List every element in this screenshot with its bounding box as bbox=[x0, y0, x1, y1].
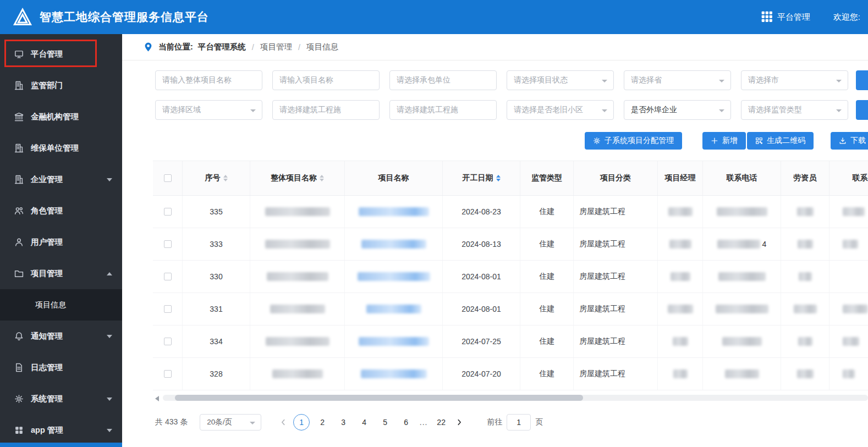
pagination: 共 433 条 20条/页 123456...22 前往 页 bbox=[155, 413, 543, 431]
goto-page-input[interactable] bbox=[507, 414, 531, 431]
filter-placeholder: 请选择市 bbox=[748, 75, 779, 85]
select-all-header[interactable] bbox=[153, 161, 183, 195]
cell-labor bbox=[781, 228, 829, 260]
column-header-label: 整体项目名称 bbox=[271, 173, 317, 183]
column-header-sup[interactable]: 监管类型 bbox=[520, 161, 574, 195]
page-button-4[interactable]: 4 bbox=[356, 414, 372, 431]
column-header-proj[interactable]: 项目名称 bbox=[345, 161, 443, 195]
project-name-link[interactable] bbox=[361, 369, 427, 378]
scrollbar-thumb[interactable] bbox=[175, 395, 583, 401]
scroll-left-arrow-icon[interactable] bbox=[155, 396, 159, 401]
page-button-2[interactable]: 2 bbox=[314, 414, 331, 431]
add-button[interactable]: 新增 bbox=[702, 132, 746, 150]
select-all-checkbox[interactable] bbox=[164, 174, 172, 182]
sort-caret-icon[interactable] bbox=[223, 175, 228, 181]
table-row: 3352024-08-23住建房屋建筑工程 bbox=[153, 196, 868, 228]
more-pages-button[interactable]: ... bbox=[416, 418, 431, 427]
breadcrumb-item[interactable]: 项目管理 bbox=[260, 42, 292, 52]
project-name-link[interactable] bbox=[361, 240, 426, 249]
column-header-mgr[interactable]: 项目经理 bbox=[658, 161, 703, 195]
filter-select-row1-6[interactable]: 请选择市 bbox=[741, 70, 848, 90]
project-name-link[interactable] bbox=[359, 337, 429, 346]
page-button-3[interactable]: 3 bbox=[335, 414, 351, 431]
platform-manage-entry[interactable]: 平台管理 bbox=[761, 10, 810, 24]
download-button[interactable]: 下载 bbox=[831, 132, 868, 150]
sidebar-item-regulator[interactable]: 监管部门 bbox=[0, 70, 122, 101]
column-header-phone[interactable]: 联系电话 bbox=[703, 161, 781, 195]
sort-caret-icon[interactable] bbox=[320, 175, 324, 181]
cell-cat: 房屋建筑工程 bbox=[574, 196, 658, 228]
qrcode-button[interactable]: 生成二维码 bbox=[747, 132, 814, 150]
column-header-label: 联系电话 bbox=[853, 173, 868, 183]
sidebar-item-enterprise[interactable]: 企业管理 bbox=[0, 164, 122, 195]
sidebar: 平台管理监管部门金融机构管理维保单位管理企业管理角色管理用户管理项目管理项目信息… bbox=[0, 34, 122, 447]
sidebar-item-label: 项目管理 bbox=[31, 268, 63, 279]
sidebar-subitem-project-info[interactable]: 项目信息 bbox=[0, 289, 122, 321]
filter-select-row2-1[interactable]: 请选择区域 bbox=[155, 100, 262, 120]
sidebar-item-role[interactable]: 角色管理 bbox=[0, 195, 122, 227]
cell-phone bbox=[703, 325, 781, 357]
filter-placeholder: 请选择省 bbox=[631, 75, 662, 85]
sidebar-item-log[interactable]: 日志管理 bbox=[0, 352, 122, 383]
sidebar-item-app[interactable]: app 管理 bbox=[0, 415, 122, 446]
gear-icon bbox=[593, 137, 601, 145]
sidebar-item-user[interactable]: 用户管理 bbox=[0, 227, 122, 258]
filter-input-row1-2[interactable]: 请输入项目名称 bbox=[272, 70, 380, 90]
project-name-link[interactable] bbox=[358, 272, 430, 281]
filter-select-row1-4[interactable]: 请选择项目状态 bbox=[507, 70, 614, 90]
row-checkbox[interactable] bbox=[164, 338, 172, 345]
filter-select-row1-5[interactable]: 请选择省 bbox=[624, 70, 731, 90]
page-button-5[interactable]: 5 bbox=[377, 414, 393, 431]
filter-select-row2-4[interactable]: 请选择是否老旧小区 bbox=[507, 100, 614, 120]
next-page-button[interactable] bbox=[452, 414, 467, 431]
sidebar-item-maintenance[interactable]: 维保单位管理 bbox=[0, 133, 122, 164]
breadcrumb-item[interactable]: 项目信息 bbox=[306, 42, 338, 52]
redacted-phone bbox=[717, 207, 767, 216]
sidebar-item-label: app 管理 bbox=[31, 425, 63, 435]
page-button-6[interactable]: 6 bbox=[398, 414, 414, 431]
breadcrumb-separator: / bbox=[298, 43, 300, 52]
search-button-row1[interactable] bbox=[856, 70, 868, 90]
search-button-row2[interactable] bbox=[856, 100, 868, 120]
page-size-select[interactable]: 20条/页 bbox=[200, 414, 261, 431]
sidebar-item-project[interactable]: 项目管理 bbox=[0, 258, 122, 289]
filter-select-row2-6[interactable]: 请选择监管类型 bbox=[741, 100, 848, 120]
cell-date: 2024-07-20 bbox=[443, 358, 520, 390]
sidebar-item-label: 企业管理 bbox=[31, 174, 63, 185]
page-button-22[interactable]: 22 bbox=[433, 414, 449, 431]
sidebar-item-notice[interactable]: 通知管理 bbox=[0, 321, 122, 352]
cell-seq: 335 bbox=[183, 196, 250, 228]
subsystem-assign-button[interactable]: 子系统项目分配管理 bbox=[585, 132, 682, 150]
column-header-phone2[interactable]: 联系电话 bbox=[829, 161, 868, 195]
column-header-whole[interactable]: 整体项目名称 bbox=[250, 161, 345, 195]
filter-date-row2-2[interactable]: 请选择建筑工程施 bbox=[272, 100, 380, 120]
sidebar-item-platform[interactable]: 平台管理 bbox=[0, 38, 122, 70]
filter-input-row1-1[interactable]: 请输入整体项目名称 bbox=[155, 70, 262, 90]
column-header-seq[interactable]: 序号 bbox=[183, 161, 250, 195]
cell-mgr bbox=[658, 325, 703, 357]
sort-caret-icon[interactable] bbox=[496, 175, 501, 181]
page-button-1[interactable]: 1 bbox=[293, 414, 310, 431]
row-checkbox[interactable] bbox=[164, 240, 172, 248]
sidebar-item-finance[interactable]: 金融机构管理 bbox=[0, 101, 122, 133]
column-header-cat[interactable]: 项目分类 bbox=[574, 161, 658, 195]
row-checkbox[interactable] bbox=[164, 273, 172, 280]
horizontal-scrollbar[interactable] bbox=[163, 395, 868, 401]
column-header-date[interactable]: 开工日期 bbox=[443, 161, 520, 195]
column-header-labor[interactable]: 劳资员 bbox=[781, 161, 829, 195]
row-checkbox[interactable] bbox=[164, 370, 172, 378]
filter-select-row2-5[interactable]: 是否外埠企业 bbox=[624, 100, 731, 120]
filter-input-row1-3[interactable]: 请选择承包单位 bbox=[389, 70, 497, 90]
project-name-link[interactable] bbox=[359, 207, 429, 216]
cell-mgr bbox=[658, 228, 703, 260]
breadcrumb-item[interactable]: 平台管理系统 bbox=[198, 42, 246, 52]
row-checkbox[interactable] bbox=[164, 305, 172, 313]
cell-phone2 bbox=[829, 358, 868, 390]
prev-page-button[interactable] bbox=[276, 414, 291, 431]
sidebar-item-system[interactable]: 系统管理 bbox=[0, 383, 122, 415]
filter-date-row2-3[interactable]: 请选择建筑工程施 bbox=[389, 100, 497, 120]
project-name-link[interactable] bbox=[366, 305, 421, 313]
building-icon bbox=[14, 144, 24, 153]
redacted-phone bbox=[725, 369, 759, 378]
row-checkbox[interactable] bbox=[164, 208, 172, 216]
